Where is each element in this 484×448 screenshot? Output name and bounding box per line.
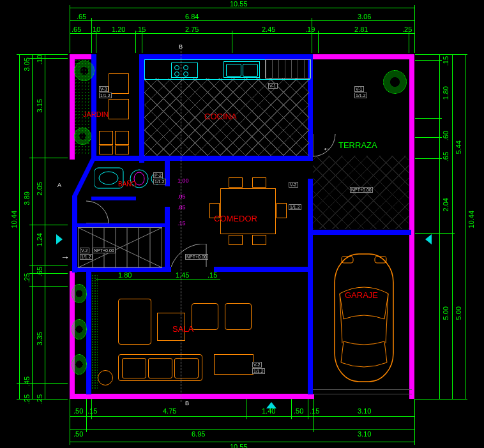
dim-b2-f: .15 xyxy=(310,407,319,415)
section-marker xyxy=(266,402,276,408)
dim-l2-d: .45 xyxy=(23,377,31,386)
wall-comedor-right xyxy=(308,179,313,272)
sofa-main xyxy=(118,354,202,381)
dim-b2-g: 3.10 xyxy=(358,407,371,415)
dim-r1-f: 5.00 xyxy=(442,306,450,320)
dim-b1-c: 3.10 xyxy=(358,430,371,438)
car-icon xyxy=(326,249,402,386)
dim-bottom-outer: 10.55 xyxy=(230,443,248,448)
arrow-icon: → xyxy=(61,252,70,262)
stove-icon xyxy=(171,63,198,78)
dining-chair-6 xyxy=(276,203,287,218)
floor-plan-canvas: 10.55 .65 6.84 3.06 .65 .10 1.20 .15 2.7… xyxy=(0,0,484,448)
svg-point-10 xyxy=(99,172,118,184)
dim-top1-a: .65 xyxy=(77,13,86,20)
label-jardin: JARDIN xyxy=(83,110,109,118)
dim-top2-d: .15 xyxy=(136,26,146,33)
dim-b2-e: .50 xyxy=(294,407,303,415)
wall-garage-left xyxy=(308,267,313,394)
plant-icon xyxy=(72,319,87,340)
dim-line-left-outer xyxy=(19,54,20,399)
section-line-b xyxy=(181,48,182,402)
plant-icon xyxy=(383,70,407,94)
dim-top-outer: 10.55 xyxy=(230,0,248,8)
stool-3 xyxy=(99,146,113,154)
dim-top2-a: .65 xyxy=(72,26,81,33)
wall-ext-bottom-left xyxy=(70,394,309,399)
label-sala: SALA xyxy=(172,324,193,334)
sofa-side xyxy=(118,299,151,345)
dim-line-right-outer xyxy=(465,54,465,399)
label-bano: BAÑO xyxy=(118,181,136,188)
dim-top2-e: 2.75 xyxy=(185,26,199,33)
dim-top2-g: .19 xyxy=(305,26,315,33)
label-terraza: TERRAZA xyxy=(338,140,377,150)
dim-l1-a: .10 xyxy=(36,55,43,64)
dim-top1-b: 6.84 xyxy=(185,13,199,20)
dining-chair-1 xyxy=(229,177,243,188)
dim-top2-i: .25 xyxy=(402,26,412,33)
dim-l2-a: 3.05 xyxy=(23,57,31,71)
wall-ext-right xyxy=(409,54,414,399)
dim-b1-b: 6.95 xyxy=(192,430,205,438)
marker-a: A xyxy=(57,182,61,188)
plant-icon xyxy=(72,354,87,375)
wall-ext-top-right xyxy=(312,54,414,59)
chair-2 xyxy=(109,99,129,119)
dim-r1-c: .60 xyxy=(442,131,450,140)
dim-top2-c: 1.20 xyxy=(112,26,125,33)
dim-r2-a: 5.44 xyxy=(455,140,462,154)
door-arc xyxy=(171,244,209,269)
wall-kitchen-top xyxy=(139,54,313,59)
dim-r1-b: 1.80 xyxy=(442,86,450,100)
dining-table xyxy=(220,188,276,234)
dim-r1-a: .15 xyxy=(442,56,450,66)
wall-kitchen-left xyxy=(139,54,144,163)
sink-icon xyxy=(223,61,260,78)
dim-line-top-2 xyxy=(70,33,414,34)
dim-int-2: 1.45 xyxy=(176,271,189,279)
section-marker xyxy=(56,234,63,244)
dim-int-4: 1.00 xyxy=(178,177,189,184)
dim-line-bottom-outer xyxy=(70,442,414,442)
label-comedor: COMEDOR xyxy=(214,214,257,223)
armchair-2 xyxy=(225,303,252,330)
plant-icon xyxy=(72,284,87,303)
stairs xyxy=(78,227,162,268)
dim-r2-b: 5.00 xyxy=(455,306,462,320)
dim-b1-a: .50 xyxy=(73,430,83,438)
svg-marker-0 xyxy=(72,158,96,196)
label-cocina: COCINA xyxy=(204,112,237,121)
dim-line-top-outer xyxy=(70,8,414,8)
dining-chair-2 xyxy=(252,177,266,188)
dim-l1-b: 3.15 xyxy=(36,99,43,112)
stool-1 xyxy=(99,131,113,145)
stool-4 xyxy=(115,146,129,154)
door-arc xyxy=(86,198,112,223)
dim-l2-b: 3.89 xyxy=(23,191,31,205)
lamp-icon xyxy=(98,370,113,385)
stool-2 xyxy=(115,131,129,145)
dim-left-outer: 10.44 xyxy=(10,211,18,228)
rug xyxy=(214,354,253,375)
dim-r1-d: .65 xyxy=(442,152,450,161)
kitchen-window xyxy=(265,59,311,78)
dim-line-top-1 xyxy=(70,20,414,21)
dining-chair-4 xyxy=(252,235,266,245)
dim-int-1: 1.80 xyxy=(118,271,132,279)
dim-b2-b: .15 xyxy=(87,407,97,415)
dim-right-outer: 10.44 xyxy=(467,211,475,228)
wall-kitchen-bottom xyxy=(91,156,313,161)
chair-1 xyxy=(109,73,129,94)
tag-npt-1: NPT+0.00 xyxy=(93,248,116,253)
dim-top2-f: 2.45 xyxy=(262,26,275,33)
dim-b2-a: .50 xyxy=(73,407,83,415)
dim-int-3: .15 xyxy=(208,271,217,279)
tag-npt-3: NPT+0.00 xyxy=(350,187,373,193)
section-marker xyxy=(425,234,432,244)
garden-strip xyxy=(91,274,98,389)
dim-r1-e: 2.04 xyxy=(442,198,450,211)
tag-v1: V-3 xyxy=(99,86,109,92)
dim-top1-c: 3.06 xyxy=(358,13,371,20)
wall-garage-top xyxy=(308,230,411,235)
